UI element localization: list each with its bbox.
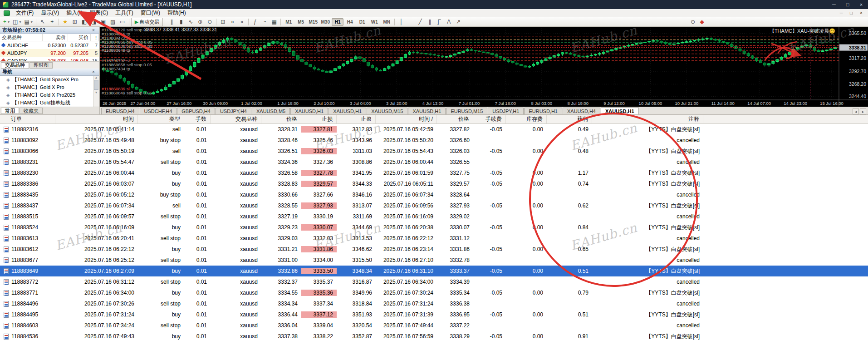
- orders-column-header[interactable]: 止盈: [337, 115, 376, 123]
- order-row[interactable]: 1188836132025.07.16 06:20:41sell stop0.0…: [0, 233, 868, 244]
- navigator-item[interactable]: ◈【THAMC】Gold挂单短线: [0, 99, 93, 107]
- market-watch-row[interactable]: AUDJPY97.20097.2055: [0, 49, 99, 57]
- navigator-toggle-button[interactable]: ◨: [89, 18, 98, 26]
- market-watch-row[interactable]: CADJPY105.033105.04815: [0, 57, 99, 61]
- market-watch-row[interactable]: AUDCHF0.523000.523077: [0, 41, 99, 49]
- chart-tab-eurusd-h4[interactable]: EURUSD,H4: [101, 108, 139, 114]
- new-order-button[interactable]: ▭: [118, 18, 127, 26]
- timeframe-h1[interactable]: H1: [332, 18, 343, 26]
- timeframe-w1[interactable]: W1: [368, 18, 380, 26]
- order-row[interactable]: 1188844952025.07.16 07:31:24buy0.01xauus…: [0, 309, 868, 320]
- templates-button[interactable]: ▦: [270, 18, 279, 26]
- search-button[interactable]: ⊙: [688, 18, 697, 26]
- auto-scroll-button[interactable]: »: [228, 18, 237, 26]
- order-row[interactable]: 1188845362025.07.16 07:49:43buy0.01xauus…: [0, 331, 868, 342]
- menu-item-insert[interactable]: 插入(I): [63, 9, 86, 17]
- orders-column-header[interactable]: 注释: [592, 115, 703, 123]
- menu-item-window[interactable]: 窗口(W): [137, 9, 164, 17]
- crosshair-button[interactable]: +: [48, 18, 57, 26]
- orders-column-header[interactable]: 获利: [547, 115, 592, 123]
- orders-column-header[interactable]: 时间: [55, 115, 138, 123]
- child-close-button[interactable]: ×: [857, 10, 866, 15]
- chart-tab-xauusd-h4[interactable]: XAUUSD,H4: [563, 108, 600, 114]
- new-chart-button[interactable]: +: [2, 18, 11, 26]
- favorites-button[interactable]: ★: [61, 18, 70, 26]
- market-watch-column-header[interactable]: 卖价: [43, 34, 68, 41]
- draw-channel-button[interactable]: ∥: [425, 18, 434, 26]
- line-chart-mode-button[interactable]: ∿: [186, 18, 195, 26]
- orders-column-header[interactable]: 类型: [138, 115, 184, 123]
- minimize-button[interactable]: ─: [827, 0, 841, 9]
- menu-item-view[interactable]: 显示(V): [37, 9, 63, 17]
- orders-column-header[interactable]: 价格: [261, 115, 301, 123]
- candle-chart-mode-button[interactable]: ▮: [177, 18, 186, 26]
- chart-tab-eurusd-h1[interactable]: EURUSD,H1: [524, 108, 562, 114]
- draw-arrows-button[interactable]: ↗: [454, 18, 463, 26]
- chart-shift-button[interactable]: «: [237, 18, 246, 26]
- menu-item-file[interactable]: 文件(F): [12, 9, 37, 17]
- order-row[interactable]: 1188836492025.07.16 06:27:09buy0.01xauus…: [0, 266, 868, 276]
- order-row[interactable]: 1188823162025.07.16 05:41:14sell0.01xauu…: [0, 124, 868, 135]
- draw-fibonacci-button[interactable]: Ƒ: [435, 18, 444, 26]
- order-row[interactable]: 1188833862025.07.16 06:03:07buy0.01xauus…: [0, 178, 868, 189]
- market-watch-column-header[interactable]: !: [91, 34, 99, 41]
- chart-tab-xauusd-h1[interactable]: XAUUSD,H1: [290, 108, 328, 114]
- tile-windows-button[interactable]: ⊞: [218, 18, 227, 26]
- chart-window-button[interactable]: ◫: [11, 18, 22, 26]
- market-watch-column-header[interactable]: 交易品种: [0, 34, 43, 41]
- order-row[interactable]: 1188836772025.07.16 06:25:12sell stop0.0…: [0, 255, 868, 266]
- orders-column-header[interactable]: 库存费: [506, 115, 547, 123]
- menu-item-charts[interactable]: 图表(C): [86, 9, 112, 17]
- community-button[interactable]: ◆: [697, 18, 706, 26]
- indicators-button[interactable]: ƒ: [250, 18, 260, 26]
- order-row[interactable]: 1188835152025.07.16 06:09:57sell stop0.0…: [0, 211, 868, 222]
- draw-vline-button[interactable]: │: [397, 18, 406, 26]
- market-watch-tab-tick[interactable]: 即时图: [29, 62, 53, 69]
- scrollbar-thumb[interactable]: [94, 80, 98, 90]
- order-row[interactable]: 1188837712025.07.16 06:34:00buy0.01xauus…: [0, 287, 868, 298]
- draw-hline-button[interactable]: ─: [406, 18, 415, 26]
- market-watch-column-header[interactable]: 买价: [68, 34, 91, 41]
- scroll-left-icon[interactable]: ◂: [853, 108, 859, 114]
- chart-tab-xauusd-h1[interactable]: XAUUSD,H1: [408, 108, 446, 114]
- menu-item-tools[interactable]: 工具(T): [112, 9, 137, 17]
- timeframe-m1[interactable]: M1: [283, 18, 294, 26]
- orders-column-header[interactable]: 止损: [301, 115, 337, 123]
- order-row[interactable]: 1188846032025.07.16 07:34:24sell stop0.0…: [0, 320, 868, 331]
- order-row[interactable]: 1188830922025.07.16 05:49:48buy stop0.01…: [0, 135, 868, 146]
- terminal-toggle-button[interactable]: ▣: [99, 18, 108, 26]
- timeframe-m30[interactable]: M30: [319, 18, 331, 26]
- navigator-item[interactable]: ◈【THAMC】Gold SpaceX Pro: [0, 76, 93, 84]
- order-row[interactable]: 1188834372025.07.16 06:07:34sell0.01xauu…: [0, 200, 868, 211]
- order-row[interactable]: 1188835242025.07.16 06:16:09buy0.01xauus…: [0, 222, 868, 233]
- navigator-item[interactable]: ◈【THAMC】Gold X Pro2025: [0, 91, 93, 99]
- market-watch-toggle-button[interactable]: ⊞: [70, 18, 79, 26]
- navigator-item[interactable]: ◈【THAMC】Gold X Pro: [0, 84, 93, 91]
- order-row[interactable]: 1188837722025.07.16 06:31:12sell stop0.0…: [0, 276, 868, 287]
- child-restore-button[interactable]: □: [847, 10, 856, 15]
- cursor-button[interactable]: ↖: [38, 18, 47, 26]
- maximize-button[interactable]: □: [841, 0, 854, 9]
- chart-tab-eurusd-m15[interactable]: EURUSD,M15: [446, 108, 487, 114]
- chart-tab-usdjpy-h4[interactable]: USDJPY,H4: [216, 108, 251, 114]
- zoom-in-button[interactable]: ⊕: [196, 18, 205, 26]
- order-row[interactable]: 1188834352025.07.16 06:05:12buy stop0.01…: [0, 189, 868, 200]
- chart-tab-gbpusd-h4[interactable]: GBPUSD,H4: [177, 108, 215, 114]
- timeframe-mn[interactable]: MN: [381, 18, 392, 26]
- navigator-tab[interactable]: 收藏夹: [20, 108, 43, 114]
- order-row[interactable]: 1188832312025.07.16 05:54:47sell stop0.0…: [0, 157, 868, 168]
- navigator-scrollbar[interactable]: ▲▼: [93, 76, 99, 107]
- orders-column-header[interactable]: 时间 /: [376, 115, 437, 123]
- orders-column-header[interactable]: 手续费: [473, 115, 506, 123]
- autotrade-button[interactable]: ▶自动交易: [131, 18, 163, 26]
- draw-text-button[interactable]: A: [444, 18, 453, 26]
- orders-column-header[interactable]: 订单: [0, 115, 55, 123]
- close-icon[interactable]: ×: [90, 28, 97, 33]
- navigator-tab[interactable]: 常用: [1, 108, 19, 114]
- close-icon[interactable]: ×: [90, 69, 97, 74]
- menu-item-help[interactable]: 帮助(H): [164, 9, 190, 17]
- scroll-right-icon[interactable]: ▸: [860, 108, 866, 114]
- market-watch-tab-symbols[interactable]: 交易品种: [1, 62, 29, 69]
- order-row[interactable]: 1188832302025.07.16 06:00:44buy0.01xauus…: [0, 168, 868, 178]
- bar-chart-mode-button[interactable]: ∥: [167, 18, 176, 26]
